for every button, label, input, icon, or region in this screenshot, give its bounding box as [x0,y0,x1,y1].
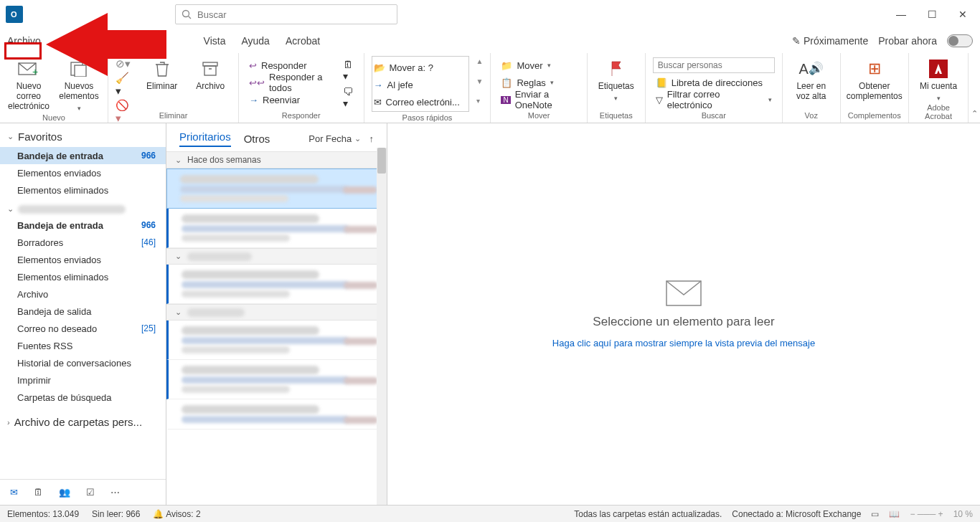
tab-focused[interactable]: Prioritarios [179,130,231,147]
folder-sent[interactable]: Elementos enviados [0,251,166,268]
svg-line-4 [189,16,192,19]
close-button[interactable]: ✕ [958,9,967,20]
tab-vista[interactable]: Vista [204,35,226,47]
date-group-header[interactable]: ⌄ [166,248,387,265]
view-reading-icon[interactable]: 📖 [889,509,900,519]
group-eliminar-label: Eliminar [159,110,188,123]
nav-more-icon[interactable]: ⋯ [110,487,120,498]
status-unread-count: Sin leer: 966 [92,509,140,519]
reader-preview-link[interactable]: Haga clic aquí para mostrar siempre la v… [552,338,815,348]
quickstep-boss[interactable]: →Al jefe [374,77,467,92]
nav-tasks-icon[interactable]: ☑ [86,487,95,498]
global-search[interactable]: Buscar [175,4,397,24]
quickstep-down[interactable]: ▼ [476,77,484,85]
folder-deleted[interactable]: Elementos eliminados [0,268,166,285]
search-placeholder: Buscar [197,9,226,20]
folder-search-folders[interactable]: Carpetas de búsqueda [0,389,166,406]
zoom-level: 10 % [953,509,973,519]
svg-rect-9 [203,62,217,66]
folder-drafts[interactable]: Borradores[46] [0,234,166,251]
more-reply-icon[interactable]: 🗨▾ [343,86,356,109]
maximize-button[interactable]: ☐ [928,9,937,20]
envelope-icon [666,280,702,306]
svg-marker-0 [46,13,166,76]
rules-button[interactable]: 📋Reglas [498,75,579,90]
status-item-count: Elementos: 13.049 [7,509,79,519]
read-aloud-icon: A🔊 [800,59,823,79]
adobe-icon [927,59,950,79]
probar-label: Probar ahora [878,35,937,47]
status-sync: Todas las carpetas están actualizadas. [574,509,722,519]
reply-all-button[interactable]: ↩↩Responder a todos [246,75,336,90]
sort-button[interactable]: Por Fecha⌄ ↑ [308,133,374,144]
minimize-button[interactable]: — [896,9,906,20]
move-button[interactable]: 📁Mover [498,57,579,73]
quickstep-up[interactable]: ▲ [476,57,484,65]
message-item[interactable] [166,360,387,399]
folder-inbox[interactable]: Bandeja de entrada966 [0,217,166,234]
date-group-header[interactable]: ⌄ [166,304,387,321]
group-voz-label: Voz [805,110,818,123]
tab-acrobat[interactable]: Acrobat [286,35,320,47]
proximamente-button[interactable]: ✎ Próximamente [792,35,868,47]
folder-outbox[interactable]: Bandeja de salida [0,303,166,320]
quickstep-move[interactable]: 📂Mover a: ? [374,60,467,75]
fav-deleted[interactable]: Elementos eliminados [0,181,166,199]
msglist-scrollbar[interactable] [377,148,387,505]
read-aloud-button[interactable]: A🔊 Leer en voz alta [790,56,833,102]
addins-icon: ⊞ [863,59,886,79]
group-buscar-label: Buscar [702,110,726,123]
date-group-header[interactable]: ⌄Hace dos semanas [166,151,387,169]
adobe-account-button[interactable]: Mi cuenta [917,56,960,102]
junk-icon[interactable]: 🚫▾ [116,99,134,125]
folder-print[interactable]: Imprimir [0,371,166,389]
search-people-input[interactable] [653,57,775,73]
message-item[interactable] [166,169,387,209]
folder-junk[interactable]: Correo no deseado[25] [0,320,166,337]
folder-conversation-history[interactable]: Historial de conversaciones [0,354,166,371]
favorites-header[interactable]: ⌄Favoritos [0,123,166,147]
group-responder-label: Responder [282,110,321,123]
message-item[interactable] [166,209,387,248]
search-icon [182,9,192,19]
nav-people-icon[interactable]: 👥 [59,487,70,498]
account-header[interactable]: ⌄ [0,199,166,217]
onenote-button[interactable]: NEnviar a OneNote [498,92,579,108]
nav-mail-icon[interactable]: ✉ [10,487,18,498]
group-complementos-label: Complementos [848,110,901,123]
message-list: Prioritarios Otros Por Fecha⌄ ↑ ⌄Hace do… [166,123,387,505]
archive-button[interactable]: Archivo [189,56,231,92]
folder-archive[interactable]: Archivo [0,285,166,303]
folder-rss[interactable]: Fuentes RSS [0,337,166,354]
reading-pane: Seleccione un elemento para leer Haga cl… [387,123,980,505]
zoom-out[interactable]: − ─── + [910,509,943,519]
forward-button[interactable]: →Reenviar [246,92,336,108]
folder-pane: ⌄Favoritos Bandeja de entrada966 Element… [0,123,166,505]
flag-icon [605,59,628,79]
archive-file-header[interactable]: ›Archivo de carpetas pers... [0,406,166,432]
nav-calendar-icon[interactable]: 🗓 [34,487,43,498]
addins-button[interactable]: ⊞ Obtener complementos [853,56,896,102]
view-normal-icon[interactable]: ▭ [871,509,879,519]
fav-inbox[interactable]: Bandeja de entrada966 [0,147,166,164]
filter-mail-button[interactable]: ▽Filtrar correo electrónico [653,92,775,108]
tab-other[interactable]: Otros [244,133,270,145]
fav-sent[interactable]: Elementos enviados [0,164,166,181]
tab-ayuda[interactable]: Ayuda [241,35,269,47]
probar-toggle[interactable] [947,34,973,47]
group-mover-label: Mover [528,110,550,123]
reply-button[interactable]: ↩Responder [246,57,336,73]
ribbon-collapse[interactable]: ⌃ [971,109,978,118]
message-item[interactable] [166,321,387,360]
status-connection: Conectado a: Microsoft Exchange [732,509,861,519]
message-item[interactable] [166,265,387,304]
tags-button[interactable]: Etiquetas [595,56,638,102]
status-reminders[interactable]: 🔔 Avisos: 2 [153,509,200,519]
addressbook-button[interactable]: 📒Libreta de direcciones [653,75,775,90]
quickstep-teammail[interactable]: ✉Correo electróni... [374,94,467,110]
meeting-icon[interactable]: 🗓▾ [343,59,356,82]
group-etiquetas-label: Etiquetas [600,110,633,123]
nav-switcher: ✉ 🗓 👥 ☑ ⋯ [0,479,166,505]
message-item[interactable] [166,399,387,430]
quickstep-more[interactable]: ▾ [476,97,484,105]
